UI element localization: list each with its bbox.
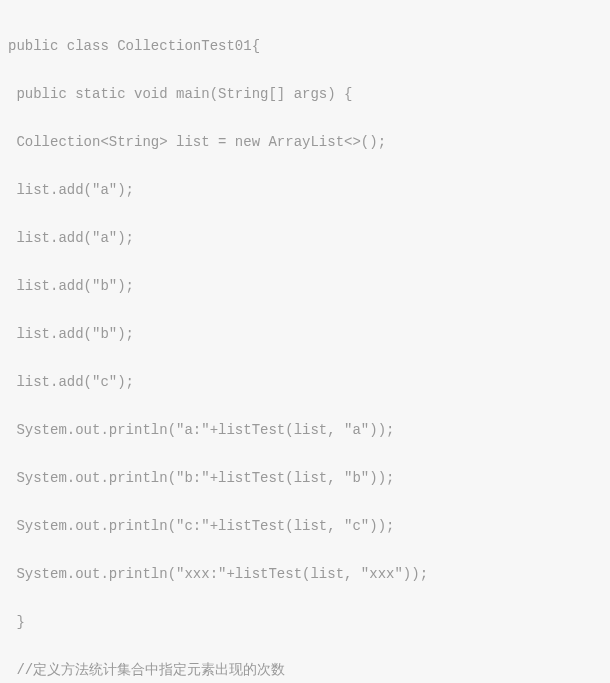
code-block: public class CollectionTest01{ public st… [8,10,602,683]
code-line: } [8,610,602,634]
code-line: System.out.println("b:"+listTest(list, "… [8,466,602,490]
code-line: public class CollectionTest01{ [8,34,602,58]
code-line: list.add("a"); [8,178,602,202]
code-line: list.add("b"); [8,274,602,298]
code-line: System.out.println("a:"+listTest(list, "… [8,418,602,442]
code-line: System.out.println("c:"+listTest(list, "… [8,514,602,538]
code-line: list.add("a"); [8,226,602,250]
code-line: list.add("c"); [8,370,602,394]
code-line: //定义方法统计集合中指定元素出现的次数 [8,658,602,682]
code-line: public static void main(String[] args) { [8,82,602,106]
code-line: System.out.println("xxx:"+listTest(list,… [8,562,602,586]
code-line: Collection<String> list = new ArrayList<… [8,130,602,154]
code-line: list.add("b"); [8,322,602,346]
